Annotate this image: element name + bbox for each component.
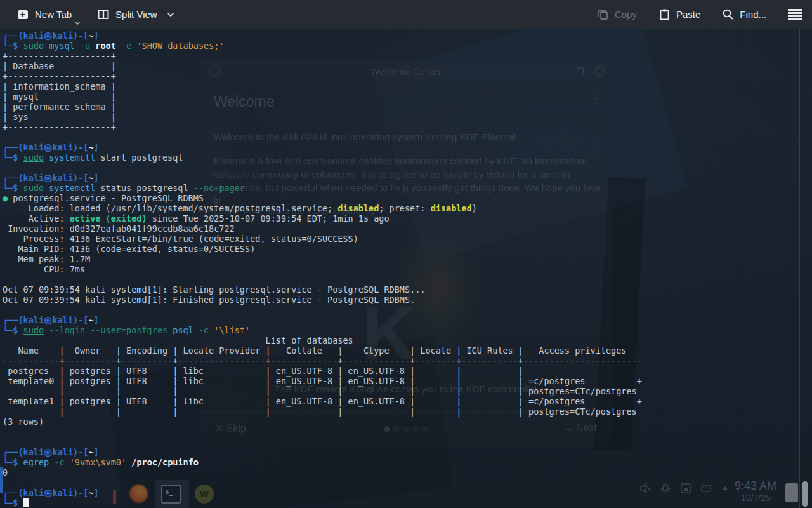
clipboard-icon xyxy=(658,8,671,20)
chevron-down-icon xyxy=(167,12,174,17)
terminal-toolbar: New Tab Split View Copy Paste Find... xyxy=(0,0,812,29)
terminal-line: Mem peak: 1.7M xyxy=(3,254,812,264)
tab-plus-icon xyxy=(16,8,29,21)
terminal-line xyxy=(3,427,812,437)
chevron-down-icon xyxy=(74,21,81,25)
terminal-line: ● postgresql.service - PostgreSQL RDBMS xyxy=(3,193,812,203)
split-view-label: Split View xyxy=(115,9,157,20)
terminal-line: | Database | xyxy=(3,61,812,71)
copy-label: Copy xyxy=(615,9,637,20)
copy-button[interactable]: Copy xyxy=(597,8,637,20)
terminal-line: | information_schema | xyxy=(3,81,812,91)
scrollbar-track xyxy=(799,29,800,508)
terminal-line: +--------------------+ xyxy=(3,71,812,81)
find-label: Find... xyxy=(740,9,766,20)
terminal-line: List of databases xyxy=(3,335,812,345)
terminal-line: | performance_schema | xyxy=(3,102,812,112)
terminal-line xyxy=(3,163,812,173)
new-tab-label: New Tab xyxy=(35,9,72,20)
terminal-line: Oct 07 09:39:54 kali systemd[1]: Startin… xyxy=(3,284,812,295)
terminal-line: (3 rows) xyxy=(3,417,812,427)
terminal-line: ┌──(kali㉿kali)-[~] xyxy=(3,488,812,498)
new-tab-button[interactable]: New Tab xyxy=(16,8,72,21)
terminal-line: 0 xyxy=(3,467,812,478)
scrollbar-thumb[interactable] xyxy=(802,481,808,507)
terminal-line: └─$ egrep -c '9vmx\svm0' /proc/cpuinfo xyxy=(3,457,812,467)
terminal-line: +--------------------+ xyxy=(3,122,812,132)
terminal-line: | mysql | xyxy=(3,91,812,102)
paste-label: Paste xyxy=(676,9,700,20)
terminal-line: template0 | postgres | UTF8 | libc | en_… xyxy=(3,376,812,386)
terminal-line: Process: 4136 ExecStart=/bin/true (code=… xyxy=(3,234,812,244)
copy-icon xyxy=(597,8,609,20)
split-panes-icon xyxy=(97,8,110,21)
terminal-line: ┌──(kali㉿kali)-[~] xyxy=(3,142,812,152)
terminal-line: ┌──(kali㉿kali)-[~] xyxy=(3,315,812,325)
terminal-line: ┌──(kali㉿kali)-[~] xyxy=(3,30,812,41)
terminal-output: ┌──(kali㉿kali)-[~]└─$ sudo mysql -u root… xyxy=(3,30,812,508)
terminal-line: | sys | xyxy=(3,112,812,122)
terminal-line: ┌──(kali㉿kali)-[~] xyxy=(3,447,812,457)
terminal-line xyxy=(3,305,812,315)
terminal-line: └─$ sudo --login --user=postgres psql -c… xyxy=(3,325,812,335)
terminal-line: CPU: 7ms xyxy=(3,264,812,274)
terminal-line xyxy=(3,437,812,447)
terminal-line: template1 | postgres | UTF8 | libc | en_… xyxy=(3,396,812,406)
terminal-line: | | | | | | | | postgres=CTc/postgres xyxy=(3,386,812,396)
terminal-line xyxy=(3,132,812,142)
terminal-line: Oct 07 09:39:54 kali systemd[1]: Finishe… xyxy=(3,295,812,305)
magnifier-icon xyxy=(722,8,734,20)
terminal-line: Invocation: d0d327eafab041f99ccdb8aa6c18… xyxy=(3,224,812,234)
terminal-cursor xyxy=(23,498,29,507)
terminal-line: └─$ sudo systemctl status postgresql --n… xyxy=(3,183,812,193)
terminal-line: └─$ sudo systemctl start postgresql xyxy=(3,152,812,163)
paste-button[interactable]: Paste xyxy=(658,8,700,20)
terminal-line: postgres | postgres | UTF8 | libc | en_U… xyxy=(3,366,812,376)
terminal-line: -----------+----------+----------+------… xyxy=(3,356,812,366)
terminal-line: Active: active (exited) since Tue 2025-1… xyxy=(3,213,812,224)
terminal-line xyxy=(3,274,812,284)
find-button[interactable]: Find... xyxy=(722,8,766,20)
terminal-line: | | | | | | | | postgres=CTc/postgres xyxy=(3,406,812,417)
terminal-line: ┌──(kali㉿kali)-[~] xyxy=(3,173,812,183)
terminal-viewport[interactable]: ┌──(kali㉿kali)-[~]└─$ sudo mysql -u root… xyxy=(0,29,812,508)
terminal-line: +--------------------+ xyxy=(3,51,812,61)
terminal-line xyxy=(3,478,812,488)
terminal-line: └─$ xyxy=(3,498,812,508)
terminal-line: └─$ sudo mysql -u root -e 'SHOW database… xyxy=(3,41,812,51)
terminal-line: Main PID: 4136 (code=exited, status=0/SU… xyxy=(3,244,812,254)
terminal-line: Loaded: loaded (/usr/lib/systemd/system/… xyxy=(3,203,812,213)
terminal-line: Name | Owner | Encoding | Locale Provide… xyxy=(3,345,812,356)
hamburger-menu-icon[interactable] xyxy=(788,9,802,20)
split-view-button[interactable]: Split View xyxy=(97,8,174,21)
